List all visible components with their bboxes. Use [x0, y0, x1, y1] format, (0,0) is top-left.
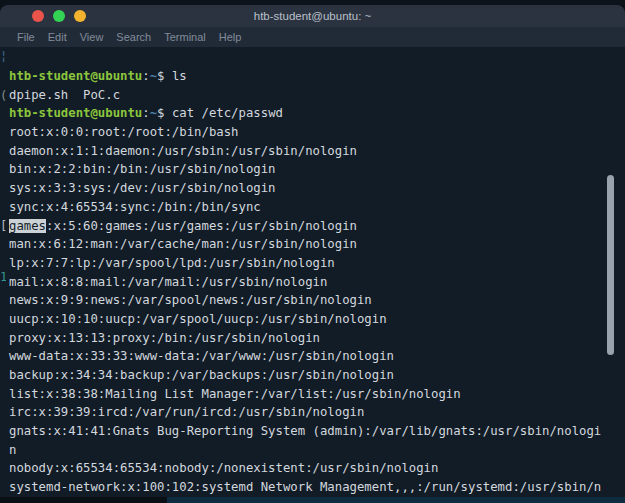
terminal-line: news:x:9:9:news:/var/spool/news:/usr/sbi… [9, 291, 603, 310]
prompt-command: ls [172, 69, 187, 83]
screen-edge-artifact: ¦ [0, 49, 6, 63]
prompt-symbol: $ [157, 106, 172, 120]
screen-edge-artifact: 1 [0, 270, 6, 284]
terminal-line: proxy:x:13:13:proxy:/bin:/usr/sbin/nolog… [9, 329, 603, 348]
output-text: systemd-network:x:100:102:systemd Networ… [9, 480, 601, 494]
screen-bottom-edge [0, 497, 625, 503]
menu-item-help[interactable]: Help [213, 29, 248, 45]
terminal-line: root:x:0:0:root:/root:/bin/bash [9, 123, 603, 142]
prompt-user: htb-student@ubuntu [9, 69, 142, 83]
terminal-line: mail:x:8:8:mail:/var/mail:/usr/sbin/nolo… [9, 273, 603, 292]
terminal-line: man:x:6:12:man:/var/cache/man:/usr/sbin/… [9, 235, 603, 254]
output-text: backup:x:34:34:backup:/var/backups:/usr/… [9, 368, 394, 382]
output-text: gnats:x:41:41:Gnats Bug-Reporting System… [9, 424, 601, 438]
output-text: sys:x:3:3:sys:/dev:/usr/sbin/nologin [9, 181, 276, 195]
prompt-symbol: $ [157, 69, 172, 83]
prompt-cwd: ~ [150, 69, 157, 83]
terminal-line: daemon:x:1:1:daemon:/usr/sbin:/usr/sbin/… [9, 142, 603, 161]
bottom-edge-blue-segment [167, 497, 625, 503]
output-text: mail:x:8:8:mail:/var/mail:/usr/sbin/nolo… [9, 275, 327, 289]
prompt-cwd: ~ [150, 106, 157, 120]
terminal-output: htb-student@ubuntu:~$ lsdpipe.sh PoC.cht… [9, 67, 603, 497]
terminal-line: lp:x:7:7:lp:/var/spool/lpd:/usr/sbin/nol… [9, 254, 603, 273]
window-controls [32, 10, 86, 22]
output-text: irc:x:39:39:ircd:/var/run/ircd:/usr/sbin… [9, 405, 364, 419]
output-text: sync:x:4:65534:sync:/bin:/bin/sync [9, 200, 261, 214]
terminal-line: www-data:x:33:33:www-data:/var/www:/usr/… [9, 347, 603, 366]
output-text: nobody:x:65534:65534:nobody:/nonexistent… [9, 461, 438, 475]
output-text: www-data:x:33:33:www-data:/var/www:/usr/… [9, 349, 394, 363]
output-text: :x:5:60:games:/usr/games:/usr/sbin/nolog… [46, 219, 357, 233]
titlebar[interactable]: htb-student@ubuntu: ~ [0, 5, 625, 27]
menu-item-file[interactable]: File [11, 29, 41, 45]
screen-edge-artifact: [ [0, 219, 6, 233]
prompt-command: cat /etc/passwd [172, 106, 283, 120]
terminal-line: games:x:5:60:games:/usr/games:/usr/sbin/… [9, 217, 603, 236]
menu-item-view[interactable]: View [74, 29, 110, 45]
close-button[interactable] [32, 10, 44, 22]
scrollbar-thumb[interactable] [607, 175, 614, 355]
maximize-button[interactable] [74, 10, 86, 22]
output-text: news:x:9:9:news:/var/spool/news:/usr/sbi… [9, 293, 372, 307]
menu-item-edit[interactable]: Edit [42, 29, 73, 45]
terminal-line: dpipe.sh PoC.c [9, 86, 603, 105]
selected-text: games [9, 219, 46, 233]
output-text: lp:x:7:7:lp:/var/spool/lpd:/usr/sbin/nol… [9, 256, 335, 270]
terminal-line: uucp:x:10:10:uucp:/var/spool/uucp:/usr/s… [9, 310, 603, 329]
terminal-window: htb-student@ubuntu: ~ FileEditViewSearch… [0, 0, 625, 503]
output-text: bin:x:2:2:bin:/bin:/usr/sbin/nologin [9, 162, 276, 176]
terminal-line: sys:x:3:3:sys:/dev:/usr/sbin/nologin [9, 179, 603, 198]
terminal-line: backup:x:34:34:backup:/var/backups:/usr/… [9, 366, 603, 385]
minimize-button[interactable] [53, 10, 65, 22]
menu-item-terminal[interactable]: Terminal [158, 29, 212, 45]
terminal-line: gnats:x:41:41:Gnats Bug-Reporting System… [9, 422, 603, 441]
screen-edge-artifact: ( [0, 89, 6, 103]
menu-item-search[interactable]: Search [110, 29, 157, 45]
output-text: daemon:x:1:1:daemon:/usr/sbin:/usr/sbin/… [9, 144, 357, 158]
terminal-line: irc:x:39:39:ircd:/var/run/ircd:/usr/sbin… [9, 403, 603, 422]
terminal-line: sync:x:4:65534:sync:/bin:/bin/sync [9, 198, 603, 217]
terminal-line: nobody:x:65534:65534:nobody:/nonexistent… [9, 459, 603, 478]
output-text: man:x:6:12:man:/var/cache/man:/usr/sbin/… [9, 237, 357, 251]
terminal-line: htb-student@ubuntu:~$ cat /etc/passwd [9, 104, 603, 123]
prompt-user: htb-student@ubuntu [9, 106, 142, 120]
prompt-separator: : [142, 69, 149, 83]
output-text: list:x:38:38:Mailing List Manager:/var/l… [9, 387, 461, 401]
terminal-line: htb-student@ubuntu:~$ ls [9, 67, 603, 86]
output-text: n [9, 443, 16, 457]
terminal-line: systemd-network:x:100:102:systemd Networ… [9, 478, 603, 497]
prompt-separator: : [142, 106, 149, 120]
window-title: htb-student@ubuntu: ~ [0, 10, 625, 22]
bottom-edge-dark-segment [0, 497, 167, 503]
output-text: root:x:0:0:root:/root:/bin/bash [9, 125, 239, 139]
output-text: dpipe.sh PoC.c [9, 88, 120, 102]
terminal-line: list:x:38:38:Mailing List Manager:/var/l… [9, 385, 603, 404]
menubar: FileEditViewSearchTerminalHelp [0, 27, 625, 47]
terminal-line: bin:x:2:2:bin:/bin:/usr/sbin/nologin [9, 160, 603, 179]
output-text: uucp:x:10:10:uucp:/var/spool/uucp:/usr/s… [9, 312, 387, 326]
terminal-line: n [9, 441, 603, 460]
output-text: proxy:x:13:13:proxy:/bin:/usr/sbin/nolog… [9, 331, 320, 345]
terminal-viewport[interactable]: htb-student@ubuntu:~$ lsdpipe.sh PoC.cht… [0, 47, 625, 497]
